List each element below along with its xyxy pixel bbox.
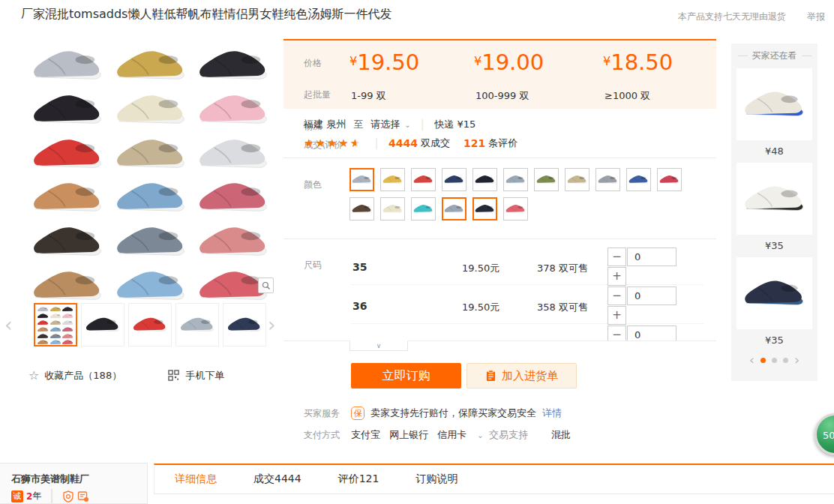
freight-value: 快递 ¥15 <box>434 118 476 131</box>
main-product-image[interactable] <box>26 44 275 296</box>
thumbnail[interactable] <box>34 303 77 346</box>
currency: ¥ <box>350 54 357 68</box>
color-swatch[interactable] <box>350 197 374 220</box>
tier-price: 18.50 <box>610 50 673 75</box>
color-swatch[interactable] <box>380 197 405 220</box>
pager-dot[interactable] <box>772 358 777 363</box>
tab-item[interactable]: 成交4444 <box>254 472 302 486</box>
tab-item[interactable]: 评价121 <box>338 472 380 486</box>
thumbnail[interactable] <box>176 303 219 346</box>
color-swatch[interactable] <box>442 197 466 220</box>
add-to-cart-label: 加入进货单 <box>502 369 558 383</box>
color-swatch[interactable] <box>411 168 436 191</box>
color-label: 颜色 <box>304 178 322 191</box>
price-tier: ¥18.50≥1000 双 <box>603 50 727 75</box>
separator: │ <box>374 138 380 149</box>
qty-plus-button[interactable]: + <box>608 306 626 325</box>
thumbnail[interactable] <box>223 303 266 346</box>
qty-minus-button[interactable]: − <box>608 326 626 340</box>
caret-down-icon: ⌄ <box>404 121 410 129</box>
color-swatch[interactable] <box>411 197 436 220</box>
thumbnail[interactable] <box>81 303 124 346</box>
pager-prev-icon[interactable]: ‹ <box>749 355 754 365</box>
half-star-icon: ★★ <box>350 136 362 150</box>
logistics-origin: 福建 泉州 <box>304 118 346 131</box>
qty-minus-button[interactable]: − <box>608 248 626 266</box>
pager-dot[interactable] <box>783 358 788 363</box>
trade-support-value: 混批 <box>551 428 571 442</box>
order-now-button[interactable]: 立即订购 <box>351 363 461 388</box>
tab-item[interactable]: 订购说明 <box>416 472 458 486</box>
trade-support-label: 交易支持 <box>489 428 528 442</box>
size-row: 3619.50元358 双可售−+ <box>351 285 704 324</box>
service-detail-link[interactable]: 详情 <box>542 406 562 420</box>
thumbnail-list <box>34 303 266 346</box>
thumbnail[interactable] <box>128 303 172 346</box>
deals-count-link[interactable]: 4444 <box>388 137 418 149</box>
collage-shoe <box>110 132 193 176</box>
seller-name-link[interactable]: 石狮市美谱制鞋厂 <box>11 472 89 486</box>
reviews-count-link[interactable]: 121 <box>464 137 485 149</box>
star-icon: ☆ <box>28 368 39 382</box>
collage-shoe <box>192 88 275 132</box>
caret-down-icon[interactable]: ⌄ <box>477 431 483 440</box>
currency: ¥ <box>474 54 482 68</box>
divider <box>284 340 716 341</box>
sidebar-product[interactable]: ¥35 <box>736 163 812 251</box>
size-row: −+ <box>351 324 704 340</box>
payment-methods: 支付宝 网上银行 信用卡 <box>351 428 466 442</box>
main-image-grid <box>26 44 275 296</box>
buyer-service-label: 买家服务 <box>304 407 351 420</box>
mobile-order-button[interactable]: 手机下单 <box>185 369 224 382</box>
color-swatch[interactable] <box>380 168 405 191</box>
thumb-next-icon[interactable]: › <box>268 314 275 336</box>
sidebar-product-image[interactable] <box>736 68 812 140</box>
floating-promo-count: 50 <box>823 430 834 441</box>
color-swatch[interactable] <box>626 168 651 191</box>
tab-active[interactable]: 详细信息 <box>175 472 217 486</box>
color-swatch[interactable] <box>503 197 528 220</box>
color-swatch-list <box>350 168 705 220</box>
qty-input[interactable] <box>627 326 676 340</box>
collage-shoe <box>110 44 193 88</box>
guarantee-note: 本产品支持七天无理由退货 <box>678 10 786 23</box>
thumb-prev-icon[interactable]: ‹ <box>4 314 12 336</box>
floating-promo-ball[interactable]: 50 <box>814 413 834 455</box>
size-stock: 358 双可售 <box>537 301 588 314</box>
seller-years: 2 <box>26 491 32 502</box>
qty-input[interactable] <box>627 286 676 305</box>
qr-icon <box>168 370 179 381</box>
expand-sizes-button[interactable]: ∨ <box>350 340 408 351</box>
currency: ¥ <box>603 54 610 68</box>
add-to-cart-button[interactable]: 加入进货单 <box>466 363 577 388</box>
color-swatch[interactable] <box>472 168 497 191</box>
color-swatch[interactable] <box>565 168 590 191</box>
qty-plus-button[interactable]: + <box>608 267 626 286</box>
destination-select[interactable]: 请选择 <box>370 118 400 131</box>
sidebar-product[interactable]: ¥48 <box>736 68 812 157</box>
qty-input[interactable] <box>627 248 676 266</box>
color-swatch[interactable] <box>657 168 682 191</box>
sidebar-product[interactable]: ¥35 <box>736 257 812 346</box>
favorite-button[interactable]: 收藏产品（188） <box>44 369 122 382</box>
color-swatch[interactable] <box>503 168 528 191</box>
pager-dot[interactable] <box>760 358 766 363</box>
color-swatch[interactable] <box>442 168 466 191</box>
logistics-to: 至 <box>353 118 363 131</box>
size-stock: 378 双可售 <box>537 262 588 275</box>
qty-minus-button[interactable]: − <box>608 286 626 305</box>
color-swatch[interactable] <box>350 168 374 191</box>
magnifier-icon[interactable] <box>258 278 274 293</box>
price-label: 价格 <box>304 57 322 70</box>
sidebar-product-image[interactable] <box>736 257 812 329</box>
seller-badges: 诚 2 年 │ <box>11 489 92 503</box>
pager-next-icon[interactable]: › <box>794 355 800 365</box>
color-swatch[interactable] <box>472 197 497 220</box>
report-link[interactable]: 举报 <box>807 10 825 23</box>
price-tier: ¥19.501-99 双 <box>350 50 473 75</box>
sidebar-product-image[interactable] <box>736 163 812 235</box>
color-swatch[interactable] <box>534 168 559 191</box>
color-swatch[interactable] <box>596 168 620 191</box>
sidebar-products: ¥48¥35¥35 <box>731 68 818 346</box>
size-value: 36 <box>352 300 367 312</box>
